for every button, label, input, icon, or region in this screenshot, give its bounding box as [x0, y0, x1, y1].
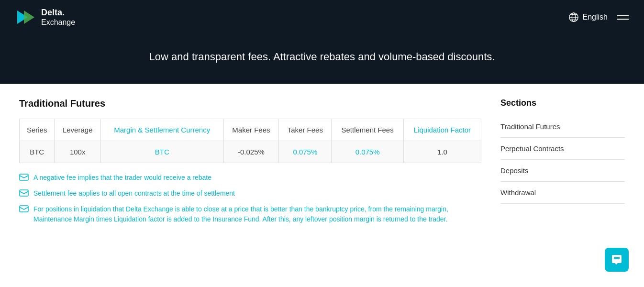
cell-margin-currency: BTC — [101, 141, 224, 163]
col-taker-fees: Taker Fees — [279, 119, 332, 141]
cell-liquidation-factor: 1.0 — [403, 141, 481, 163]
cell-maker-fees: -0.025% — [223, 141, 279, 163]
globe-icon — [568, 12, 579, 22]
table-body: BTC 100x BTC -0.025% 0.075% 0.075% 1.0 — [20, 141, 481, 163]
sidebar-item-traditional-futures[interactable]: Traditional Futures — [500, 116, 625, 138]
note-text-3: For positions in liquidation that Delta … — [33, 204, 481, 224]
language-button[interactable]: English — [568, 12, 608, 22]
header: Delta. Exchange English — [0, 0, 644, 34]
col-maker-fees: Maker Fees — [223, 119, 279, 141]
svg-rect-7 — [20, 174, 28, 180]
sidebar-title: Sections — [500, 98, 625, 108]
note-item-3: For positions in liquidation that Delta … — [19, 204, 481, 224]
hero-text: Low and transparent fees. Attractive reb… — [10, 49, 634, 65]
col-liquidation-factor: Liquidation Factor — [403, 119, 481, 141]
hero-banner: Low and transparent fees. Attractive reb… — [0, 34, 644, 84]
table-row: BTC 100x BTC -0.025% 0.075% 0.075% 1.0 — [20, 141, 481, 163]
hamburger-menu-button[interactable] — [617, 15, 629, 20]
notes-section: A negative fee implies that the trader w… — [19, 173, 481, 224]
note-text-1: A negative fee implies that the trader w… — [33, 173, 211, 183]
sidebar-item-deposits[interactable]: Deposits — [500, 160, 625, 182]
logo-icon — [15, 7, 36, 28]
section-title: Traditional Futures — [19, 98, 481, 109]
note-icon-2 — [19, 189, 29, 197]
sidebar-nav: Traditional Futures Perpetual Contracts … — [500, 116, 625, 204]
note-text-2: Settlement fee applies to all open contr… — [33, 188, 235, 199]
col-settlement-fees: Settlement Fees — [332, 119, 404, 141]
col-margin-currency: Margin & Settlement Currency — [101, 119, 224, 141]
col-leverage: Leverage — [55, 119, 101, 141]
svg-rect-8 — [20, 190, 28, 196]
menu-line-2 — [617, 19, 629, 20]
logo[interactable]: Delta. Exchange — [15, 7, 75, 28]
col-series: Series — [20, 119, 55, 141]
sidebar-item-perpetual-contracts[interactable]: Perpetual Contracts — [500, 138, 625, 160]
note-item-1: A negative fee implies that the trader w… — [19, 173, 481, 183]
header-right: English — [568, 12, 629, 22]
content-wrapper: Traditional Futures Series Leverage Marg… — [0, 84, 644, 239]
svg-rect-9 — [20, 206, 28, 212]
sidebar: Sections Traditional Futures Perpetual C… — [500, 98, 625, 224]
cell-settlement-fees: 0.075% — [332, 141, 404, 163]
language-label: English — [583, 13, 608, 22]
sidebar-item-withdrawal[interactable]: Withdrawal — [500, 182, 625, 204]
table-head: Series Leverage Margin & Settlement Curr… — [20, 119, 481, 141]
menu-line-1 — [617, 15, 629, 16]
fees-table: Series Leverage Margin & Settlement Curr… — [19, 119, 481, 163]
logo-text: Delta. Exchange — [41, 8, 75, 27]
cell-series: BTC — [20, 141, 55, 163]
note-icon-1 — [19, 174, 29, 181]
cell-taker-fees: 0.075% — [279, 141, 332, 163]
table-header-row: Series Leverage Margin & Settlement Curr… — [20, 119, 481, 141]
cell-leverage: 100x — [55, 141, 101, 163]
note-icon-3 — [19, 205, 29, 213]
note-item-2: Settlement fee applies to all open contr… — [19, 188, 481, 199]
main-content: Traditional Futures Series Leverage Marg… — [19, 98, 481, 224]
svg-marker-1 — [24, 11, 34, 24]
